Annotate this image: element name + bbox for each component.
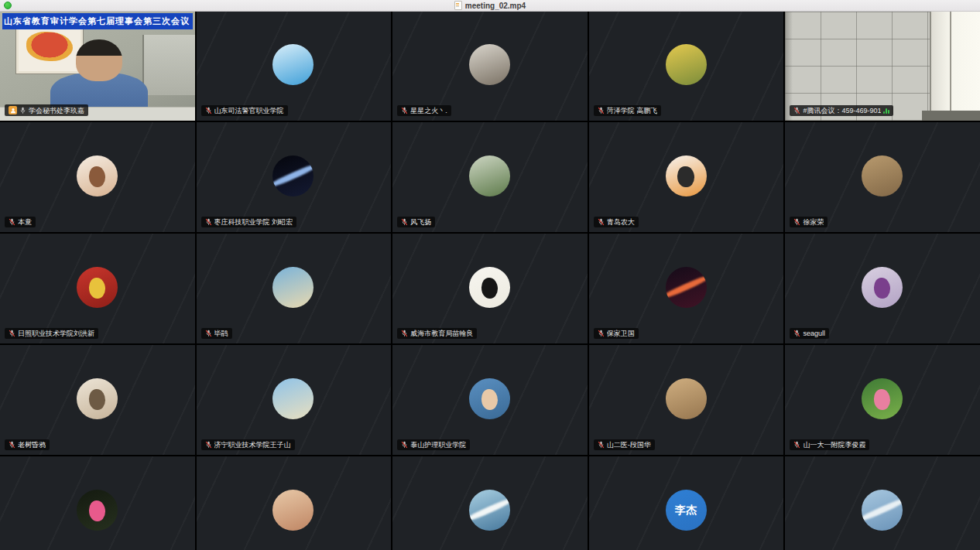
avatar-motif	[89, 500, 105, 522]
lotus-leaves-avatar	[862, 378, 903, 419]
mountain-lake-avatar	[469, 490, 510, 531]
participant-tile-4[interactable]: 菏泽学院 高鹏飞	[589, 11, 784, 121]
traffic-light-button[interactable]	[4, 2, 12, 9]
initials-blue-avatar: 李杰	[666, 490, 707, 531]
host-badge-icon	[9, 106, 17, 114]
china-map-poster	[15, 22, 84, 73]
window-title-group: meeting_02.mp4	[454, 1, 526, 10]
mic-muted-icon	[793, 441, 800, 449]
calligraphy-seal-avatar	[469, 267, 510, 308]
participant-tile-13[interactable]: 威海市教育局苗翰良	[392, 234, 588, 343]
participant-tile-12[interactable]: 毕鹃	[197, 234, 392, 343]
avatar-highlight	[272, 162, 314, 191]
mic-muted-icon	[793, 218, 800, 226]
mic-muted-icon	[205, 107, 212, 114]
participant-name: 本意	[18, 218, 32, 226]
name-label: 老树昏鸦	[5, 439, 50, 450]
cartoon-dog-avatar	[666, 155, 707, 196]
avatar-motif	[89, 278, 105, 299]
mic-muted-icon	[401, 107, 408, 114]
participant-tile-24[interactable]: 李杰	[589, 456, 784, 550]
avatar-motif	[89, 389, 105, 411]
two-people-photo-avatar	[272, 490, 314, 531]
avatar-motif	[481, 389, 498, 411]
mic-muted-icon	[598, 218, 605, 226]
avatar-highlight	[862, 496, 903, 525]
participant-tile-2[interactable]: 山东司法警官职业学院	[197, 11, 392, 121]
participant-tile-16[interactable]: 老树昏鸦	[0, 345, 195, 455]
mic-muted-icon	[9, 218, 15, 226]
participant-tile-21[interactable]	[0, 456, 195, 550]
participant-tile-7[interactable]: 枣庄科技职业学院 刘昭宏	[197, 122, 392, 232]
purple-figure-avatar	[862, 267, 903, 308]
name-label: 徐家荣	[790, 217, 828, 227]
participant-name: 徐家荣	[803, 218, 824, 226]
stone-tower-avatar	[862, 155, 903, 196]
name-label: 泰山护理职业学院	[397, 439, 470, 450]
video-grid: 山东省教育审计学会第七届理事会第三次会议（线上） 学会秘书处李玖嘉	[0, 11, 980, 550]
beach-horizon-avatar	[272, 378, 314, 419]
participant-tile-9[interactable]: 青岛农大	[589, 122, 784, 232]
participant-tile-8[interactable]: 风飞扬	[392, 122, 588, 232]
participant-tile-1[interactable]: 山东省教育审计学会第七届理事会第三次会议（线上） 学会秘书处李玖嘉	[0, 11, 195, 121]
participant-name: 泰山护理职业学院	[410, 441, 466, 449]
mic-muted-icon	[205, 218, 212, 226]
red-flag-avatar	[77, 267, 118, 308]
participant-tile-23[interactable]	[392, 456, 588, 550]
sky-over-beach-avatar	[272, 267, 314, 308]
participant-name: 风飞扬	[410, 218, 431, 226]
participant-tile-25[interactable]	[785, 456, 980, 550]
participant-tile-14[interactable]: 保家卫国	[589, 234, 784, 343]
avatar-motif	[874, 278, 890, 299]
participant-name: 星星之火丶.	[410, 107, 447, 114]
office-shelf	[142, 35, 194, 95]
participant-tile-19[interactable]: 山二医-段国华	[589, 345, 784, 455]
audio-level-icon	[883, 108, 889, 114]
mic-muted-icon	[401, 218, 408, 226]
window-title: meeting_02.mp4	[465, 2, 526, 10]
name-label: 济宁职业技术学院王子山	[201, 439, 295, 450]
participant-tile-5[interactable]: #腾讯会议：459-469-901	[785, 11, 980, 121]
cartoon-girl-avatar	[77, 155, 118, 196]
name-label: 毕鹃	[201, 328, 232, 339]
name-label: 菏泽学院 高鹏飞	[594, 105, 662, 116]
participant-tile-17[interactable]: 济宁职业技术学院王子山	[197, 345, 392, 455]
name-label: 学会秘书处李玖嘉	[5, 104, 88, 116]
participant-name: 枣庄科技职业学院 刘昭宏	[214, 218, 293, 226]
video-file-icon	[454, 1, 462, 10]
participant-name: 学会秘书处李玖嘉	[29, 107, 84, 114]
avatar-highlight	[666, 273, 707, 302]
tree-in-field-avatar	[469, 155, 510, 196]
person-photo-blue-avatar	[469, 378, 510, 419]
mic-muted-icon	[205, 441, 212, 449]
name-label: 日照职业技术学院刘洪新	[5, 328, 98, 339]
name-label: 保家卫国	[594, 328, 639, 339]
person-head	[76, 39, 122, 81]
participant-tile-3[interactable]: 星星之火丶.	[392, 11, 588, 121]
pink-flowers-dark-avatar	[77, 490, 118, 531]
participant-name: #腾讯会议：459-469-901	[803, 107, 881, 114]
participant-name: seagull	[803, 330, 825, 337]
participant-tile-11[interactable]: 日照职业技术学院刘洪新	[0, 234, 195, 343]
avatar-motif	[874, 389, 890, 411]
live-video-room	[785, 11, 980, 121]
night-city-lights-avatar	[666, 267, 707, 308]
participant-name: 青岛农大	[607, 218, 635, 226]
participant-tile-22[interactable]	[197, 456, 392, 550]
galaxy-avatar	[272, 155, 314, 196]
participant-tile-20[interactable]: 山一大一附院李俊霞	[785, 345, 980, 455]
participant-tile-18[interactable]: 泰山护理职业学院	[392, 345, 588, 455]
participant-tile-6[interactable]: 本意	[0, 122, 195, 232]
participant-tile-15[interactable]: seagull	[785, 234, 980, 343]
participant-name: 保家卫国	[607, 330, 635, 337]
mountain-peak-avatar	[469, 44, 510, 85]
cartoon-elder-avatar	[77, 378, 118, 419]
participant-tile-10[interactable]: 徐家荣	[785, 122, 980, 232]
participant-name: 毕鹃	[214, 330, 228, 337]
participant-name: 济宁职业技术学院王子山	[214, 441, 291, 449]
window-sill	[922, 111, 980, 121]
name-label: 本意	[5, 217, 36, 227]
mic-muted-icon	[9, 441, 15, 449]
mic-muted-icon	[598, 330, 605, 337]
name-label: 星星之火丶.	[397, 105, 451, 116]
